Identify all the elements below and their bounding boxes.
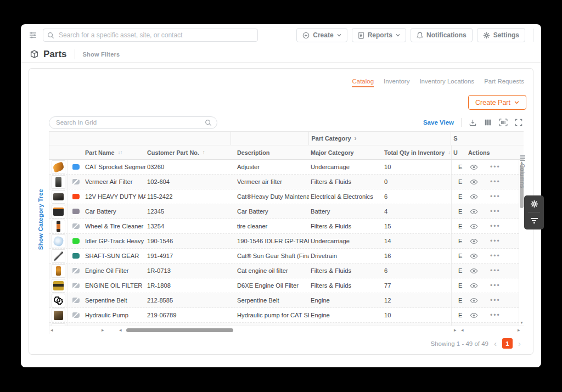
table-row[interactable]: Idler GP-Track Heavy Duty 190-1546 190-1… bbox=[49, 234, 519, 249]
flag-icon[interactable] bbox=[72, 179, 80, 184]
part-photo-oil-filter-box[interactable] bbox=[52, 279, 65, 293]
view-eye-icon[interactable] bbox=[470, 267, 478, 275]
table-row[interactable]: Engine Oil Filter 1R-0713 Cat engine oil… bbox=[49, 264, 519, 278]
row-menu-icon[interactable]: ••• bbox=[490, 208, 501, 215]
next-page-icon[interactable]: › bbox=[518, 339, 521, 348]
tab-catalog[interactable]: Catalog bbox=[352, 78, 374, 87]
create-part-button[interactable]: Create Part bbox=[468, 95, 526, 110]
view-eye-icon[interactable] bbox=[470, 208, 478, 216]
cell-major-category: Engine bbox=[309, 308, 383, 322]
part-photo-air-filter[interactable] bbox=[52, 175, 65, 189]
tab-inventory[interactable]: Inventory bbox=[384, 78, 409, 87]
header-total-qty[interactable]: Total Qty in Inventory ↓↑ bbox=[383, 145, 451, 159]
sort-both-icon[interactable]: ↓↑ bbox=[117, 149, 122, 155]
header-unit[interactable]: U bbox=[451, 145, 464, 159]
header-customer-part-no[interactable]: Customer Part No. ↑ bbox=[145, 145, 235, 159]
row-menu-icon[interactable]: ••• bbox=[490, 222, 501, 230]
part-photo-hydraulic-pump[interactable] bbox=[52, 309, 65, 322]
page-header: Parts Show Filters bbox=[21, 46, 541, 63]
view-eye-icon[interactable] bbox=[470, 252, 478, 260]
tab-inventory-locations[interactable]: Inventory Locations bbox=[419, 78, 474, 87]
grid-search-input[interactable] bbox=[49, 116, 217, 129]
view-eye-icon[interactable] bbox=[470, 163, 478, 171]
flag-icon[interactable] bbox=[72, 283, 80, 288]
row-menu-icon[interactable]: ••• bbox=[490, 311, 501, 319]
flag-icon[interactable] bbox=[72, 194, 80, 199]
part-photo-sprocket[interactable] bbox=[52, 160, 65, 174]
row-menu-icon[interactable]: ••• bbox=[490, 252, 501, 260]
view-eye-icon[interactable] bbox=[470, 311, 478, 320]
scroll-left-icon[interactable]: ◂ bbox=[119, 327, 122, 334]
scroll-left-icon[interactable]: ◂ bbox=[50, 327, 53, 334]
barcode-scan-icon[interactable] bbox=[499, 119, 508, 126]
horizontal-scroll-thumb[interactable] bbox=[126, 328, 233, 332]
view-eye-icon[interactable] bbox=[470, 237, 478, 245]
scroll-down-icon[interactable]: ▾ bbox=[519, 320, 524, 326]
show-category-tree-tab[interactable]: Show Category Tree bbox=[37, 189, 44, 250]
menu-sliders-icon[interactable] bbox=[29, 31, 37, 40]
horizontal-scrollbar[interactable]: ◂ ▸ ◂ ▸ ◂ ▸ bbox=[49, 326, 524, 334]
show-filters-button[interactable]: Show Filters bbox=[83, 51, 120, 58]
row-menu-icon[interactable]: ••• bbox=[490, 193, 501, 200]
save-view-button[interactable]: Save View bbox=[423, 119, 454, 126]
flag-icon[interactable] bbox=[72, 209, 80, 214]
view-eye-icon[interactable] bbox=[470, 222, 478, 231]
part-photo-sun-gear-shaft[interactable] bbox=[52, 249, 65, 263]
row-menu-icon[interactable]: ••• bbox=[490, 296, 501, 304]
scroll-left-icon[interactable]: ◂ bbox=[461, 327, 464, 334]
scroll-right-icon[interactable]: ▸ bbox=[454, 327, 457, 334]
view-eye-icon[interactable] bbox=[470, 282, 478, 290]
table-row[interactable]: Hydraulic Pump 219-06789 Hydraulic pump … bbox=[49, 308, 519, 323]
table-row[interactable]: Serpentine Belt 212-8585 Serpentine Belt… bbox=[49, 293, 519, 308]
table-row[interactable]: Vermeer Air Filter 102-604 Vermeer air f… bbox=[49, 175, 519, 189]
table-row[interactable]: SHAFT-SUN GEAR 191-4917 Cat® Sun Gear Sh… bbox=[49, 249, 519, 264]
prev-page-icon[interactable]: ‹ bbox=[494, 339, 497, 348]
part-photo-oil-filter[interactable] bbox=[52, 264, 65, 278]
flag-icon[interactable] bbox=[72, 268, 80, 273]
columns-icon[interactable] bbox=[484, 119, 492, 126]
table-row[interactable]: CAT Sprocket Segment 03260 Adjuster Unde… bbox=[49, 160, 519, 175]
reports-button[interactable]: Reports bbox=[352, 28, 406, 42]
flag-icon[interactable] bbox=[72, 164, 80, 170]
flag-icon[interactable] bbox=[72, 223, 80, 229]
settings-button[interactable]: Settings bbox=[477, 28, 525, 42]
create-button[interactable]: Create bbox=[296, 28, 347, 42]
scroll-right-icon[interactable]: ▸ bbox=[102, 327, 104, 334]
scroll-right-icon[interactable]: ▸ bbox=[518, 327, 520, 334]
flag-icon[interactable] bbox=[72, 312, 80, 318]
part-photo-idler[interactable] bbox=[52, 234, 65, 248]
row-menu-icon[interactable]: ••• bbox=[490, 267, 501, 275]
header-description[interactable]: Description bbox=[235, 145, 309, 159]
view-eye-icon[interactable] bbox=[470, 296, 478, 305]
header-part-name[interactable]: Part Name ↓↑ bbox=[83, 145, 145, 159]
table-row[interactable]: 12V HEAVY DUTY MAINTENAN 115-2422 Cat®He… bbox=[49, 189, 519, 204]
part-photo-cleaner-bottle[interactable] bbox=[52, 220, 65, 233]
part-photo-maintenance-kit[interactable] bbox=[52, 190, 65, 204]
flag-icon[interactable] bbox=[72, 253, 80, 259]
row-menu-icon[interactable]: ••• bbox=[490, 237, 501, 245]
view-eye-icon[interactable] bbox=[470, 193, 478, 201]
row-menu-icon[interactable]: ••• bbox=[490, 163, 501, 171]
download-icon[interactable] bbox=[469, 119, 477, 127]
flag-icon[interactable] bbox=[72, 238, 80, 244]
flag-icon[interactable] bbox=[72, 298, 80, 303]
row-menu-icon[interactable]: ••• bbox=[490, 178, 501, 186]
page-number-button[interactable]: 1 bbox=[502, 338, 513, 349]
global-search-input[interactable] bbox=[43, 29, 258, 42]
header-major-category[interactable]: Major Category bbox=[309, 145, 383, 159]
view-eye-icon[interactable] bbox=[470, 178, 478, 186]
sort-asc-icon[interactable]: ↑ bbox=[203, 149, 205, 155]
tab-part-requests[interactable]: Part Requests bbox=[484, 78, 524, 87]
notifications-button[interactable]: Notifications bbox=[411, 28, 473, 42]
table-row[interactable]: Car Battery 12345 Car Battery Battery 4 … bbox=[49, 204, 519, 219]
fullscreen-icon[interactable] bbox=[515, 119, 522, 126]
table-row[interactable]: Wheel & Tire Cleaner 13254 tire cleaner … bbox=[49, 219, 519, 234]
group-part-category[interactable]: Part Category › bbox=[308, 132, 451, 145]
table-row[interactable]: ENGINE OIL FILTER 1R-1808 D6XE Engine Oi… bbox=[49, 278, 519, 293]
row-menu-icon[interactable]: ••• bbox=[490, 282, 501, 289]
grid-settings-gear-icon[interactable] bbox=[524, 195, 544, 212]
columns-tab[interactable]: Columns bbox=[519, 155, 526, 188]
part-photo-car-battery[interactable] bbox=[52, 205, 65, 219]
grid-filter-icon[interactable] bbox=[524, 212, 544, 229]
part-photo-serpentine-belt[interactable] bbox=[52, 294, 65, 307]
